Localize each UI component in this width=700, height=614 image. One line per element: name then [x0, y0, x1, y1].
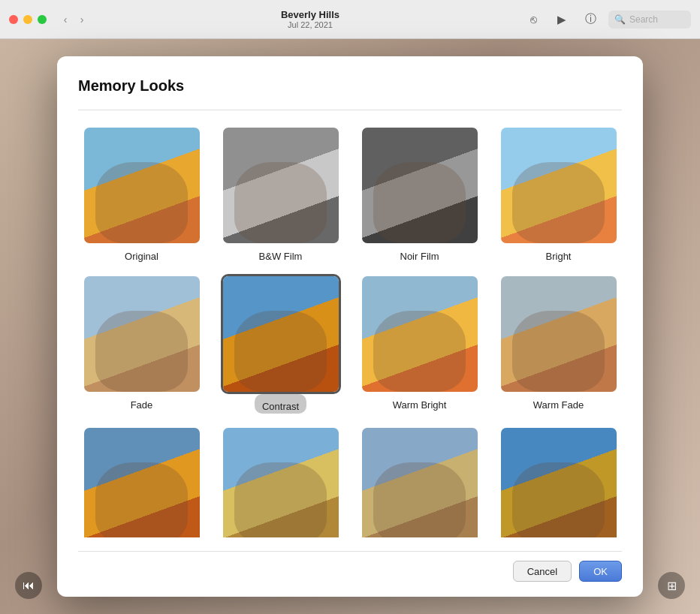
title-divider — [78, 110, 622, 110]
dialog-footer: Cancel OK — [78, 551, 622, 582]
back-button[interactable]: ‹ — [59, 13, 72, 26]
look-photo-cool-contrast — [501, 428, 617, 537]
look-thumb-noir-film — [360, 125, 480, 245]
search-placeholder: Search — [629, 14, 658, 25]
look-item-cool-bright[interactable]: Cool Bright — [217, 426, 344, 537]
traffic-lights — [9, 15, 47, 24]
face-overlay-cool-fade — [362, 428, 478, 537]
look-item-warm-fade[interactable]: Warm Fade — [495, 274, 622, 414]
look-photo-warm-fade — [501, 276, 617, 392]
face-overlay-cool-contrast — [501, 428, 617, 537]
look-label-noir-film: Noir Film — [400, 251, 439, 262]
memory-looks-dialog: Memory Looks OriginalB&W FilmNoir FilmBr… — [57, 56, 643, 597]
close-button[interactable] — [9, 15, 18, 24]
maximize-button[interactable] — [38, 15, 47, 24]
face-overlay-warm-contrast — [84, 428, 200, 537]
look-photo-warm-bright — [362, 276, 478, 392]
look-label-wrap-warm-bright: Warm Bright — [393, 394, 447, 411]
look-item-cool-fade[interactable]: Cool Fade — [356, 426, 483, 537]
look-photo-contrast — [223, 276, 339, 392]
dialog-title: Memory Looks — [78, 77, 622, 95]
face-overlay-fade — [84, 276, 200, 392]
look-thumb-original — [82, 125, 202, 245]
look-thumb-warm-contrast — [82, 426, 202, 537]
face-overlay-bright — [501, 128, 617, 243]
look-item-bw-film[interactable]: B&W Film — [217, 125, 344, 262]
look-label-bw-film: B&W Film — [259, 251, 303, 262]
look-label-wrap-bw-film: B&W Film — [259, 245, 303, 262]
look-photo-cool-bright — [223, 428, 339, 537]
look-label-fade: Fade — [131, 399, 153, 411]
look-thumb-warm-fade — [499, 274, 619, 394]
look-photo-fade — [84, 276, 200, 392]
looks-grid: OriginalB&W FilmNoir FilmBrightFadeContr… — [78, 125, 622, 537]
ok-button[interactable]: OK — [579, 561, 622, 582]
search-bar[interactable]: 🔍 Search — [608, 11, 691, 29]
look-label-wrap-bright: Bright — [546, 245, 572, 262]
look-photo-cool-fade — [362, 428, 478, 537]
cancel-button[interactable]: Cancel — [513, 561, 572, 582]
look-label-warm-fade: Warm Fade — [533, 399, 584, 411]
look-label-bright: Bright — [546, 251, 572, 262]
look-label-wrap-contrast: Contrast — [255, 394, 306, 414]
look-item-noir-film[interactable]: Noir Film — [356, 125, 483, 262]
look-item-contrast[interactable]: Contrast — [217, 274, 344, 414]
face-overlay-warm-bright — [362, 276, 478, 392]
slideshow-button[interactable]: ▶ — [551, 9, 572, 30]
toolbar-actions: ⎋ ▶ ⓘ 🔍 Search — [523, 9, 691, 30]
look-label-wrap-noir-film: Noir Film — [400, 245, 439, 262]
window-subtitle: Jul 22, 2021 — [98, 20, 523, 29]
look-thumb-bright — [499, 125, 619, 245]
share-button[interactable]: ⎋ — [523, 9, 544, 30]
search-icon: 🔍 — [614, 14, 626, 25]
nav-arrows: ‹ › — [59, 13, 89, 26]
look-thumb-bw-film — [221, 125, 341, 245]
face-overlay-original — [84, 128, 200, 243]
look-label-wrap-original: Original — [125, 245, 158, 262]
minimize-button[interactable] — [23, 15, 32, 24]
look-label-wrap-warm-fade: Warm Fade — [533, 394, 584, 411]
look-thumb-cool-fade — [360, 426, 480, 537]
face-overlay-cool-bright — [223, 428, 339, 537]
look-label-warm-bright: Warm Bright — [393, 399, 447, 411]
look-thumb-contrast — [221, 274, 341, 394]
face-overlay-contrast — [223, 276, 339, 392]
look-label-wrap-fade: Fade — [131, 394, 153, 411]
look-photo-warm-contrast — [84, 428, 200, 537]
face-overlay-warm-fade — [501, 276, 617, 392]
look-photo-noir-film — [362, 128, 478, 243]
look-photo-bw-film — [223, 128, 339, 243]
look-label-original: Original — [125, 251, 158, 262]
look-item-warm-bright[interactable]: Warm Bright — [356, 274, 483, 414]
modal-overlay: Memory Looks OriginalB&W FilmNoir FilmBr… — [0, 39, 700, 614]
look-thumb-cool-bright — [221, 426, 341, 537]
look-thumb-fade — [82, 274, 202, 394]
info-button[interactable]: ⓘ — [580, 9, 601, 30]
look-item-original[interactable]: Original — [78, 125, 205, 262]
look-thumb-warm-bright — [360, 274, 480, 394]
look-item-warm-contrast[interactable]: Warm Contrast — [78, 426, 205, 537]
window-title: Beverly Hills — [98, 9, 523, 20]
toolbar-title: Beverly Hills Jul 22, 2021 — [98, 9, 523, 29]
look-photo-bright — [501, 128, 617, 243]
forward-button[interactable]: › — [75, 13, 89, 26]
look-label-contrast: Contrast — [262, 401, 299, 412]
look-item-cool-contrast[interactable]: Cool Contrast — [495, 426, 622, 537]
look-thumb-cool-contrast — [499, 426, 619, 537]
look-photo-original — [84, 128, 200, 243]
face-overlay-bw-film — [223, 128, 339, 243]
window-chrome: ‹ › Beverly Hills Jul 22, 2021 ⎋ ▶ ⓘ 🔍 S… — [0, 0, 700, 39]
look-item-fade[interactable]: Fade — [78, 274, 205, 414]
look-item-bright[interactable]: Bright — [495, 125, 622, 262]
face-overlay-noir-film — [362, 128, 478, 243]
